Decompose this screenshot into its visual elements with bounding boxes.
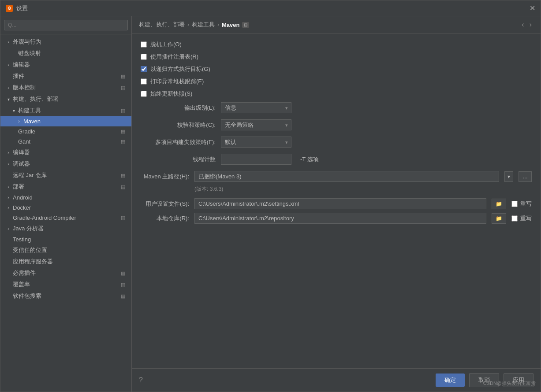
maven-home-dropdown-btn[interactable]: ▾: [504, 171, 513, 182]
sidebar-item-trusted[interactable]: 受信任的位置: [0, 244, 131, 256]
expand-icon-vcs: ›: [6, 85, 11, 90]
thread-count-label: 线程计数: [141, 155, 216, 163]
local-repo-rewrite-label[interactable]: 重写: [520, 214, 532, 222]
output-level-select-wrapper: 信息 调试 警告 错误: [221, 102, 291, 113]
user-settings-rewrite-label[interactable]: 重写: [520, 200, 532, 208]
close-button[interactable]: ✕: [530, 4, 535, 12]
offline-work-row: 脱机工作(O): [141, 41, 532, 48]
sidebar-item-debugger[interactable]: ›调试器: [0, 158, 131, 170]
local-repo-browse-btn[interactable]: 📁: [492, 213, 506, 224]
print-stack-checkbox[interactable]: [141, 78, 147, 85]
sidebar-item-coverage[interactable]: 覆盖率▤: [0, 279, 131, 290]
dialog-body: ›外观与行为键盘映射›编辑器插件▤›版本控制▤▾构建、执行、部署▾构建工具▤›M…: [0, 16, 541, 392]
offline-work-label[interactable]: 脱机工作(O): [150, 41, 182, 48]
recursive-goals-checkbox[interactable]: [141, 66, 147, 72]
expand-icon-compiler: ›: [6, 150, 11, 155]
sidebar-item-required-plugins[interactable]: 必需插件▤: [0, 267, 131, 279]
sidebar-label-editor: 编辑器: [13, 61, 126, 69]
sidebar-badge-plugins: ▤: [120, 73, 126, 79]
sidebar-item-appearance[interactable]: ›外观与行为: [0, 36, 131, 48]
sidebar-label-build: 构建、执行、部署: [13, 95, 126, 103]
user-settings-row: 用户设置文件(S): 📁 重写: [141, 198, 532, 209]
local-repo-row: 本地仓库(R): 📁 重写: [141, 213, 532, 224]
expand-icon-required-plugins: [6, 270, 11, 276]
nav-back-button[interactable]: ‹: [520, 21, 526, 29]
plugin-registry-label[interactable]: 使用插件注册表(R): [150, 53, 198, 61]
sidebar-item-deploy[interactable]: ›部署▤: [0, 181, 131, 192]
ok-button[interactable]: 确定: [436, 374, 465, 387]
maven-home-label: Maven 主路径(H):: [141, 173, 189, 181]
print-stack-row: 打印异常堆栈跟踪(E): [141, 78, 532, 85]
title-bar-left: ⚙ 设置: [6, 4, 28, 12]
plugin-registry-row: 使用插件注册表(R): [141, 53, 532, 61]
expand-icon-appearance: ›: [6, 39, 11, 44]
sidebar-badge-gradle: ▤: [120, 129, 126, 135]
expand-icon-plugins: [6, 74, 11, 79]
thread-count-row: 线程计数 -T 选项: [141, 154, 532, 165]
sidebar-item-app-server[interactable]: 应用程序服务器: [0, 256, 131, 267]
offline-work-checkbox[interactable]: [141, 41, 147, 48]
search-input[interactable]: [4, 20, 128, 30]
sidebar-list: ›外观与行为键盘映射›编辑器插件▤›版本控制▤▾构建、执行、部署▾构建工具▤›M…: [0, 34, 131, 392]
settings-dialog: ⚙ 设置 ✕ ›外观与行为键盘映射›编辑器插件▤›版本控制▤▾构建、执行、部署▾…: [0, 0, 541, 392]
expand-icon-package-search: [6, 293, 11, 299]
maven-home-browse-btn[interactable]: …: [519, 171, 532, 182]
breadcrumb-sep-2: ›: [217, 22, 219, 28]
sidebar-badge-remote-jar: ▤: [120, 172, 126, 178]
sidebar-item-plugins[interactable]: 插件▤: [0, 70, 131, 82]
sidebar-label-docker: Docker: [13, 204, 126, 211]
sidebar-item-keymap[interactable]: 键盘映射: [0, 48, 131, 59]
maven-home-input[interactable]: [194, 171, 499, 182]
sidebar-item-testing[interactable]: Testing: [0, 234, 131, 244]
print-stack-label[interactable]: 打印异常堆栈跟踪(E): [150, 78, 204, 85]
sidebar-item-package-search[interactable]: 软件包搜索▤: [0, 290, 131, 302]
plugin-registry-checkbox[interactable]: [141, 54, 147, 60]
expand-icon-java-analysis: ›: [6, 226, 11, 231]
sidebar-item-gant[interactable]: Gant▤: [0, 137, 131, 147]
output-level-select[interactable]: 信息 调试 警告 错误: [221, 102, 291, 113]
recursive-goals-label[interactable]: 以递归方式执行目标(G): [150, 65, 210, 73]
sidebar-item-gradle[interactable]: Gradle▤: [0, 126, 131, 137]
thread-count-input[interactable]: [221, 154, 291, 165]
help-button[interactable]: ?: [139, 376, 143, 384]
expand-icon-remote-jar: [6, 173, 11, 178]
expand-icon-app-server: [6, 259, 11, 264]
sidebar-item-compiler[interactable]: ›编译器: [0, 147, 131, 158]
sidebar-label-package-search: 软件包搜索: [13, 292, 118, 300]
always-update-checkbox[interactable]: [141, 91, 147, 97]
user-settings-input[interactable]: [194, 198, 486, 209]
sidebar-item-remote-jar[interactable]: 远程 Jar 仓库▤: [0, 170, 131, 181]
sidebar-label-java-analysis: Java 分析器: [13, 225, 126, 233]
multiproject-row: 多项目构建失败策略(F): 默认 在最后失败 尽快失败: [141, 137, 532, 148]
sidebar-badge-required-plugins: ▤: [120, 270, 126, 276]
sidebar-item-java-analysis[interactable]: ›Java 分析器: [0, 223, 131, 234]
user-settings-rewrite-checkbox[interactable]: [511, 201, 518, 207]
sidebar-item-gradle-android[interactable]: Gradle-Android Compiler▤: [0, 213, 131, 223]
user-settings-browse-btn[interactable]: 📁: [492, 199, 506, 209]
user-settings-label: 用户设置文件(S):: [141, 200, 189, 208]
sidebar-item-android[interactable]: ›Android: [0, 192, 131, 203]
sidebar-item-vcs[interactable]: ›版本控制▤: [0, 82, 131, 93]
nav-forward-button[interactable]: ›: [528, 21, 534, 29]
always-update-label[interactable]: 始终更新快照(S): [150, 90, 192, 98]
sidebar-item-editor[interactable]: ›编辑器: [0, 59, 131, 70]
sidebar-label-keymap: 键盘映射: [18, 49, 126, 57]
title-bar: ⚙ 设置 ✕: [0, 0, 541, 16]
local-repo-rewrite-checkbox[interactable]: [511, 215, 518, 222]
checksum-row: 校验和策略(C): 无全局策略 警告 失败: [141, 119, 532, 130]
sidebar-label-coverage: 覆盖率: [13, 281, 118, 288]
sidebar-label-gradle: Gradle: [18, 128, 118, 135]
local-repo-input[interactable]: [194, 213, 486, 224]
sidebar: ›外观与行为键盘映射›编辑器插件▤›版本控制▤▾构建、执行、部署▾构建工具▤›M…: [0, 16, 132, 392]
sidebar-item-docker[interactable]: ›Docker: [0, 203, 131, 213]
multiproject-select[interactable]: 默认 在最后失败 尽快失败: [221, 137, 291, 148]
local-repo-label: 本地仓库(R):: [141, 214, 189, 222]
sidebar-badge-package-search: ▤: [120, 293, 126, 299]
breadcrumb-nav: ‹ ›: [520, 21, 534, 29]
sidebar-item-build[interactable]: ▾构建、执行、部署: [0, 93, 131, 105]
checksum-select[interactable]: 无全局策略 警告 失败: [221, 119, 291, 130]
sidebar-item-build-tools[interactable]: ▾构建工具▤: [0, 105, 131, 116]
sidebar-item-maven[interactable]: ›Maven: [0, 116, 131, 126]
expand-icon-debugger: ›: [6, 161, 11, 166]
breadcrumb-part-2: 构建工具: [192, 21, 215, 29]
